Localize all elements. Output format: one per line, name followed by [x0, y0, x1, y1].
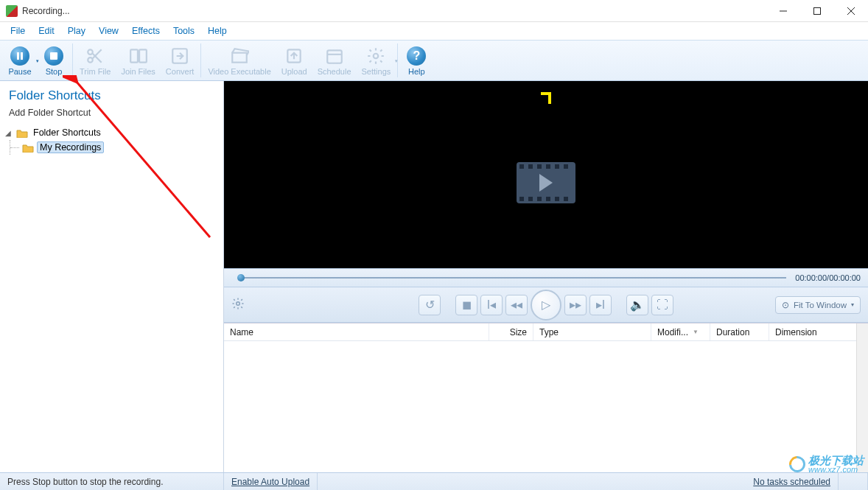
player-controls: ↺ ◼ I◂ ◂◂ ▷ ▸▸ ▸I 🔈 ⛶ ⊙ Fit To Window ▾ — [224, 287, 868, 323]
folder-tree: ◢ Folder Shortcuts My Recordings — [0, 124, 223, 156]
video-preview — [224, 81, 868, 268]
svg-point-16 — [237, 301, 240, 305]
svg-rect-1 — [814, 7, 821, 14]
timeline: 00:00:00 / 00:00:00 — [224, 268, 868, 287]
menubar: File Edit Play View Effects Tools Help — [0, 22, 868, 40]
svg-rect-8 — [130, 49, 138, 62]
gear-icon — [365, 46, 386, 66]
tree-root[interactable]: ◢ Folder Shortcuts — [3, 125, 220, 140]
svg-rect-13 — [327, 50, 342, 63]
sidebar-title: Folder Shortcuts — [0, 81, 223, 105]
replay-button[interactable]: ↺ — [419, 295, 441, 315]
menu-effects[interactable]: Effects — [126, 24, 166, 38]
seek-track[interactable] — [240, 277, 786, 279]
tasks-scheduled-link[interactable]: No tasks scheduled — [753, 477, 830, 487]
minimize-button[interactable] — [766, 0, 800, 21]
stop-button[interactable]: Stop — [37, 41, 71, 80]
menu-file[interactable]: File — [4, 24, 31, 38]
stop-icon — [43, 46, 64, 66]
svg-point-15 — [374, 53, 379, 58]
add-folder-shortcut-link[interactable]: Add Folder Shortcut — [0, 105, 223, 124]
rewind-button[interactable]: ◂◂ — [505, 295, 528, 315]
col-modified[interactable]: Modifi...▼ — [651, 323, 710, 340]
trim-file-button[interactable]: Trim File — [74, 41, 116, 80]
menu-tools[interactable]: Tools — [167, 24, 200, 38]
col-type[interactable]: Type — [533, 323, 651, 340]
enable-auto-upload-link[interactable]: Enable Auto Upload — [231, 477, 309, 487]
pause-icon — [10, 46, 30, 66]
convert-button[interactable]: Convert — [161, 41, 200, 80]
app-icon — [6, 5, 18, 17]
help-button[interactable]: ? Help — [399, 41, 433, 80]
expand-toggle-icon[interactable]: ◢ — [3, 129, 13, 137]
schedule-button[interactable]: Schedule — [312, 41, 357, 80]
convert-icon — [169, 46, 190, 66]
folder-icon — [16, 128, 28, 138]
film-join-icon — [128, 46, 149, 66]
film-placeholder-icon — [517, 162, 575, 203]
tree-root-label: Folder Shortcuts — [31, 127, 103, 138]
col-dimension[interactable]: Dimension — [769, 323, 868, 340]
upload-icon — [284, 46, 304, 66]
pause-button[interactable]: Pause ▾ — [3, 41, 37, 80]
seek-knob[interactable] — [237, 274, 245, 281]
calendar-icon — [324, 46, 345, 66]
vertical-scrollbar[interactable] — [856, 323, 868, 472]
menu-edit[interactable]: Edit — [32, 24, 60, 38]
sidebar: Folder Shortcuts Add Folder Shortcut ◢ F… — [0, 81, 224, 472]
join-files-button[interactable]: Join Files — [116, 41, 160, 80]
chevron-down-icon: ▾ — [851, 301, 854, 308]
menu-view[interactable]: View — [93, 24, 125, 38]
file-list: Name Size Type Modifi...▼ Duration Dimen… — [224, 323, 868, 472]
video-executable-button[interactable]: Video Executable — [203, 41, 276, 80]
scissors-icon — [85, 46, 105, 66]
col-duration[interactable]: Duration — [710, 323, 769, 340]
svg-rect-9 — [139, 49, 147, 62]
window-title: Recording... — [22, 6, 766, 16]
menu-help[interactable]: Help — [202, 24, 233, 38]
player-stop-button[interactable]: ◼ — [455, 295, 477, 315]
help-icon: ? — [406, 46, 427, 66]
sort-desc-icon: ▼ — [693, 329, 699, 335]
col-size[interactable]: Size — [489, 323, 533, 340]
maximize-button[interactable] — [800, 0, 834, 21]
file-list-header: Name Size Type Modifi...▼ Duration Dimen… — [224, 323, 868, 341]
settings-button[interactable]: Settings ▾ — [357, 41, 396, 80]
volume-button[interactable]: 🔈 — [626, 295, 648, 315]
close-button[interactable] — [834, 0, 868, 21]
toolbar: Pause ▾ Stop Trim File Join Files Conver… — [0, 40, 868, 81]
prev-button[interactable]: I◂ — [480, 295, 503, 315]
clapper-icon — [229, 46, 250, 66]
search-icon: ⊙ — [782, 300, 789, 310]
player-settings-icon[interactable] — [231, 297, 245, 313]
recording-marker-icon — [541, 92, 551, 104]
time-position: 00:00:00 — [795, 273, 827, 282]
svg-point-4 — [88, 49, 93, 55]
toolbar-separator — [72, 43, 73, 77]
upload-button[interactable]: Upload — [276, 41, 312, 80]
toolbar-separator — [200, 43, 201, 77]
svg-point-5 — [88, 57, 93, 63]
menu-play[interactable]: Play — [62, 24, 91, 38]
statusbar: Press Stop button to stop the recording.… — [0, 472, 868, 490]
file-list-body[interactable] — [224, 341, 868, 472]
svg-rect-11 — [232, 52, 247, 62]
titlebar: Recording... — [0, 0, 868, 22]
forward-button[interactable]: ▸▸ — [564, 295, 587, 315]
col-name[interactable]: Name — [224, 323, 489, 340]
fit-to-window-button[interactable]: ⊙ Fit To Window ▾ — [775, 296, 861, 314]
time-duration: 00:00:00 — [829, 273, 861, 282]
fullscreen-button[interactable]: ⛶ — [651, 295, 673, 315]
next-button[interactable]: ▸I — [589, 295, 612, 315]
status-message: Press Stop button to stop the recording. — [0, 473, 224, 490]
play-button[interactable]: ▷ — [531, 290, 561, 321]
